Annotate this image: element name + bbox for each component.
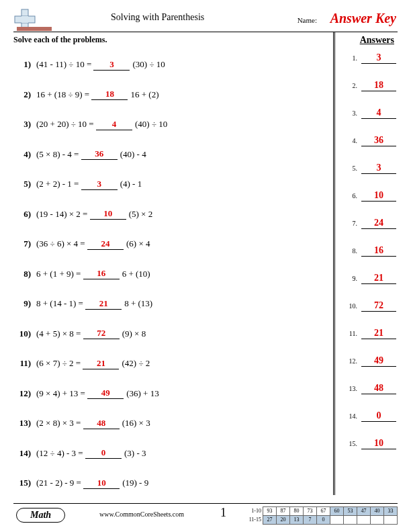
answer-row: 1.3 <box>342 52 396 80</box>
score-cell: 0 <box>317 516 330 525</box>
problem-work: (3) - 3 <box>124 448 146 459</box>
column-divider <box>333 32 334 495</box>
problem-work: (40) ÷ 10 <box>135 119 167 130</box>
header: Solving with Parenthesis Name: Answer Ke… <box>13 8 398 34</box>
score-cell <box>384 516 398 525</box>
answer-row: 3.4 <box>342 107 396 135</box>
problem-work: 6 + (10) <box>122 269 150 279</box>
answer-blank: 10 <box>90 208 126 220</box>
problem-row: 12)(9 × 4) + 13 = 49(36) + 13 <box>13 379 309 409</box>
answer-blank: 24 <box>87 238 124 250</box>
problem-number: 10) <box>13 328 36 339</box>
answer-blank: 36 <box>81 148 118 160</box>
answer-value: 21 <box>361 328 396 339</box>
answer-value: 16 <box>361 245 396 257</box>
problem-number: 5) <box>13 179 36 189</box>
problem-work: (6) × 4 <box>126 238 150 249</box>
problem-number: 13) <box>13 418 36 429</box>
answer-row: 11.21 <box>342 328 396 355</box>
answer-row: 8.16 <box>342 245 396 273</box>
problem-expression: (21 - 2) - 9 = <box>36 478 81 488</box>
svg-rect-2 <box>21 16 28 23</box>
problem-row: 8)6 + (1 + 9) = 166 + (10) <box>13 259 309 290</box>
problem-number: 4) <box>13 149 36 160</box>
column-divider <box>334 32 335 495</box>
score-row-label: 11-15 <box>244 516 263 525</box>
problem-expression: (20 + 20) ÷ 10 = <box>36 119 94 130</box>
problem-expression: (12 ÷ 4) - 3 = <box>36 448 83 459</box>
answer-row: 14.0 <box>342 410 396 438</box>
problem-work: (16) × 3 <box>122 418 150 429</box>
answer-value: 24 <box>361 218 396 229</box>
score-cell: 60 <box>330 507 344 516</box>
answer-key-label: Answer Key <box>330 11 396 26</box>
problem-expression: (9 × 4) + 13 = <box>36 388 85 399</box>
answers-heading: Answers <box>360 35 394 46</box>
problem-expression: (4 + 5) × 8 = <box>36 328 81 339</box>
answer-blank: 18 <box>91 89 128 100</box>
answer-row: 4.36 <box>342 135 396 163</box>
problem-work: (5) × 2 <box>129 209 153 220</box>
problem-expression: (6 × 7) ÷ 2 = <box>36 358 81 369</box>
answer-row: 12.49 <box>342 355 396 383</box>
answer-number: 11. <box>349 330 357 337</box>
answer-number: 7. <box>353 220 358 227</box>
score-grid: 1-10 93 87 80 73 67 60 53 47 40 33 11-15… <box>244 506 398 525</box>
score-cell: 47 <box>357 507 371 516</box>
score-cell <box>371 516 384 525</box>
answer-value: 10 <box>361 438 396 449</box>
answer-number: 8. <box>353 247 358 255</box>
answer-blank: 21 <box>83 358 119 369</box>
score-cell <box>344 516 357 525</box>
name-label: Name: <box>298 16 317 24</box>
problem-number: 12) <box>13 388 36 399</box>
answer-number: 13. <box>349 385 358 392</box>
problem-row: 5)(2 + 2) - 1 = 3(4) - 1 <box>13 169 309 200</box>
problem-number: 6) <box>13 209 36 220</box>
answer-blank: 0 <box>85 447 122 459</box>
answer-number: 4. <box>353 137 358 144</box>
problem-expression: (5 × 8) - 4 = <box>36 149 79 160</box>
problem-row: 15)(21 - 2) - 9 = 10(19) - 9 <box>13 468 309 498</box>
problem-row: 7)(36 ÷ 6) × 4 = 24(6) × 4 <box>13 229 309 259</box>
answer-row: 9.21 <box>342 273 396 300</box>
page-number: 1 <box>220 506 226 520</box>
score-cell: 20 <box>277 516 290 525</box>
problem-number: 14) <box>13 448 36 459</box>
problem-number: 1) <box>13 59 36 70</box>
answer-row: 2.18 <box>342 80 396 107</box>
answer-row: 5.3 <box>342 163 396 190</box>
problem-row: 4)(5 × 8) - 4 = 36(40) - 4 <box>13 140 309 170</box>
answer-row: 6.10 <box>342 190 396 218</box>
answer-blank: 21 <box>85 298 122 310</box>
answer-blank: 48 <box>83 418 120 429</box>
score-cell: 53 <box>344 507 357 516</box>
answer-value: 3 <box>361 52 396 64</box>
answer-number: 10. <box>349 302 358 310</box>
problem-expression: (41 - 11) ÷ 10 = <box>36 59 91 70</box>
problem-number: 2) <box>13 89 36 100</box>
instructions: Solve each of the problems. <box>13 35 107 45</box>
answer-number: 5. <box>353 165 358 172</box>
problem-row: 2)16 + (18 ÷ 9) = 1816 + (2) <box>13 80 309 110</box>
answer-blank: 3 <box>93 59 130 71</box>
answer-number: 14. <box>349 412 358 420</box>
answer-row: 13.48 <box>342 383 396 410</box>
score-cell: 27 <box>263 516 277 525</box>
problem-number: 7) <box>13 238 36 249</box>
answer-number: 12. <box>349 357 358 365</box>
problem-number: 15) <box>13 478 36 488</box>
answer-blank: 3 <box>81 179 118 190</box>
problem-expression: (2 + 2) - 1 = <box>36 179 79 189</box>
answer-number: 2. <box>353 82 358 89</box>
score-row-label: 1-10 <box>244 507 263 516</box>
problem-work: (30) ÷ 10 <box>132 59 165 70</box>
answer-value: 48 <box>361 383 396 394</box>
score-cell: 80 <box>290 507 304 516</box>
score-cell <box>357 516 371 525</box>
problem-row: 14)(12 ÷ 4) - 3 = 0(3) - 3 <box>13 439 309 469</box>
score-cell: 33 <box>384 507 398 516</box>
answer-value: 4 <box>361 107 396 119</box>
answer-number: 3. <box>353 109 358 117</box>
answer-blank: 10 <box>83 478 120 489</box>
